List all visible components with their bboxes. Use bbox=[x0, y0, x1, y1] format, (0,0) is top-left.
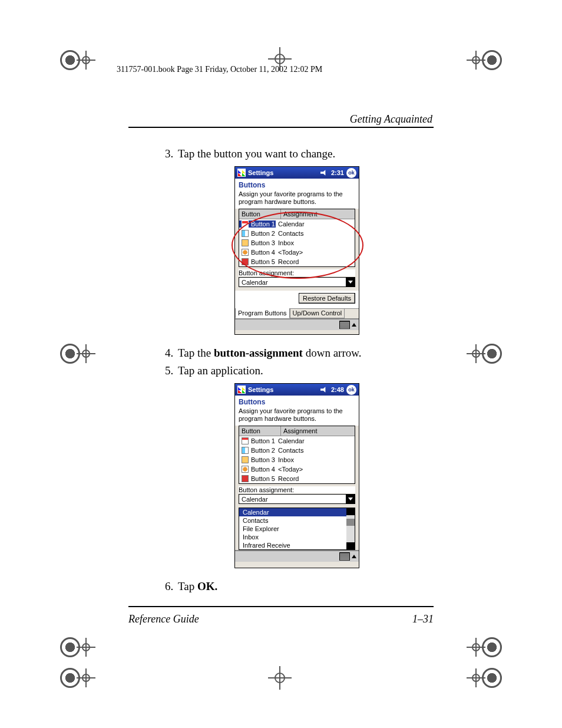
step-3: 3.Tap the button you want to change. bbox=[165, 147, 335, 160]
window-titlebar: Settings 2:31 ok bbox=[235, 167, 359, 179]
ok-button[interactable]: ok bbox=[346, 168, 356, 178]
panel-instruction: Assign your favorite programs to the pro… bbox=[235, 407, 359, 426]
register-mark bbox=[467, 660, 502, 696]
register-mark bbox=[60, 42, 95, 78]
assignment-dropdown-list[interactable]: Calendar Contacts File Explorer Inbox In… bbox=[239, 508, 355, 550]
manual-page: 311757-001.book Page 31 Friday, October … bbox=[0, 0, 562, 728]
up-arrow-icon[interactable] bbox=[352, 555, 356, 558]
step-6: 6.Tap OK. bbox=[165, 580, 217, 593]
register-mark bbox=[60, 336, 95, 371]
assignment-label: Button assignment: bbox=[239, 486, 355, 493]
inbox-icon bbox=[242, 239, 249, 246]
book-header: 311757-001.book Page 31 Friday, October … bbox=[117, 65, 322, 74]
chevron-down-icon[interactable] bbox=[346, 495, 355, 503]
register-mark bbox=[467, 336, 502, 371]
footer-title: Reference Guide bbox=[128, 613, 199, 625]
restore-defaults-button[interactable]: Restore Defaults bbox=[299, 293, 355, 304]
contacts-icon bbox=[242, 230, 249, 237]
table-row[interactable]: Button 5 Record bbox=[239, 257, 355, 266]
column-header-button: Button bbox=[239, 426, 281, 436]
table-row[interactable]: Button 5 Record bbox=[239, 474, 355, 483]
calendar-icon bbox=[242, 220, 249, 228]
speaker-icon[interactable] bbox=[320, 386, 328, 393]
register-mark bbox=[467, 42, 502, 78]
register-mark bbox=[268, 666, 292, 690]
start-flag-icon[interactable] bbox=[237, 169, 246, 177]
page-footer: Reference Guide 1–31 bbox=[128, 613, 434, 625]
chevron-down-icon[interactable] bbox=[346, 278, 355, 286]
scrollbar[interactable] bbox=[346, 508, 355, 549]
dropdown-item[interactable]: Infrared Receive bbox=[239, 541, 355, 549]
table-row[interactable]: Button 1 Calendar bbox=[239, 436, 355, 446]
dropdown-item[interactable]: Contacts bbox=[239, 516, 355, 525]
button-assignment-table: Button Assignment Button 1 Calendar Butt… bbox=[239, 209, 355, 267]
panel-instruction: Assign your favorite programs to the pro… bbox=[235, 190, 359, 209]
inbox-icon bbox=[242, 456, 249, 463]
screenshot-1: Settings 2:31 ok Buttons Assign your fav… bbox=[234, 166, 359, 335]
start-flag-icon[interactable] bbox=[237, 386, 246, 394]
divider bbox=[128, 606, 434, 607]
table-row[interactable]: Button 4 <Today> bbox=[239, 248, 355, 257]
dropdown-item[interactable]: Calendar bbox=[239, 508, 355, 516]
tab-program-buttons[interactable]: Program Buttons bbox=[235, 308, 290, 318]
up-arrow-icon[interactable] bbox=[352, 323, 356, 327]
today-icon bbox=[242, 466, 249, 473]
window-title: Settings bbox=[248, 386, 273, 393]
window-titlebar: Settings 2:48 ok bbox=[235, 384, 359, 396]
clock: 2:48 bbox=[331, 386, 344, 393]
assignment-dropdown[interactable]: Calendar bbox=[239, 277, 355, 287]
register-mark bbox=[467, 630, 502, 665]
column-header-button: Button bbox=[239, 209, 281, 219]
panel-title: Buttons bbox=[235, 179, 359, 190]
record-icon bbox=[242, 258, 249, 265]
dropdown-item[interactable]: Inbox bbox=[239, 533, 355, 541]
table-row[interactable]: Button 3 Inbox bbox=[239, 455, 355, 465]
speaker-icon[interactable] bbox=[320, 169, 328, 176]
column-header-assignment: Assignment bbox=[281, 209, 355, 219]
calendar-icon bbox=[242, 437, 249, 444]
tab-bar: Program Buttons Up/Down Control bbox=[235, 308, 359, 318]
dropdown-item[interactable]: File Explorer bbox=[239, 525, 355, 533]
table-row[interactable]: Button 2 Contacts bbox=[239, 229, 355, 238]
screenshot-2: Settings 2:48 ok Buttons Assign your fav… bbox=[234, 383, 359, 568]
clock: 2:31 bbox=[331, 169, 344, 176]
table-row[interactable]: Button 3 Inbox bbox=[239, 238, 355, 248]
panel-title: Buttons bbox=[235, 396, 359, 407]
assignment-label: Button assignment: bbox=[239, 269, 355, 276]
register-mark bbox=[60, 630, 95, 665]
system-bar bbox=[235, 550, 359, 562]
window-title: Settings bbox=[248, 169, 273, 176]
divider bbox=[128, 127, 434, 128]
record-icon bbox=[242, 475, 249, 482]
today-icon bbox=[242, 249, 249, 256]
button-assignment-table: Button Assignment Button 1 Calendar Butt… bbox=[239, 426, 355, 484]
contacts-icon bbox=[242, 447, 249, 454]
page-number: 1–31 bbox=[412, 613, 434, 625]
keyboard-icon[interactable] bbox=[339, 552, 350, 561]
column-header-assignment: Assignment bbox=[281, 426, 355, 436]
table-row[interactable]: Button 4 <Today> bbox=[239, 465, 355, 474]
step-4: 4.Tap the button-assignment down arrow. bbox=[165, 347, 361, 360]
register-mark bbox=[60, 660, 95, 696]
step-5: 5.Tap an application. bbox=[165, 364, 263, 377]
system-bar bbox=[235, 318, 359, 330]
tab-updown-control[interactable]: Up/Down Control bbox=[290, 308, 345, 318]
ok-button[interactable]: ok bbox=[346, 385, 356, 395]
table-row[interactable]: Button 2 Contacts bbox=[239, 446, 355, 455]
table-row[interactable]: Button 1 Calendar bbox=[239, 219, 355, 229]
assignment-dropdown[interactable]: Calendar bbox=[239, 494, 355, 504]
keyboard-icon[interactable] bbox=[339, 321, 350, 329]
section-heading: Getting Acquainted bbox=[350, 113, 432, 126]
